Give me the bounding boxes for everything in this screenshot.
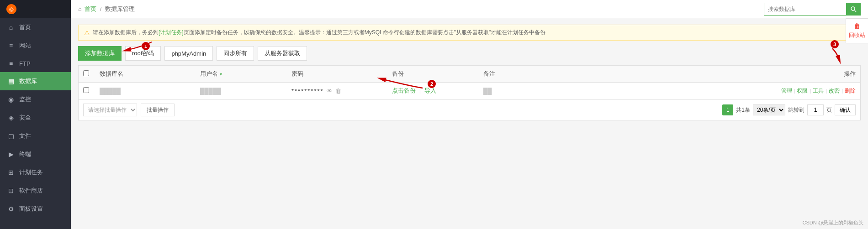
phpmyadmin-button[interactable]: phpMyAdmin (164, 46, 213, 61)
sidebar-item-home-label: 首页 (19, 23, 31, 31)
sidebar-item-database-label: 数据库 (19, 77, 37, 85)
monitor-icon: ◉ (7, 96, 15, 103)
search-input[interactable] (764, 3, 846, 16)
recycle-label: 回收站 (849, 31, 865, 39)
sidebar-item-tasks[interactable]: ⊞ 计划任务 (0, 163, 71, 182)
select-all-checkbox[interactable] (83, 70, 89, 76)
action-tools[interactable]: 工具 (813, 87, 824, 95)
col-header-username: 用户名 ▾ (196, 66, 287, 83)
content: ⚠ 请在添加数据库后，务必到[计划任务]页面添加定时备份任务，以确保您的数据安全… (71, 18, 868, 229)
security-icon: ◈ (7, 114, 15, 121)
password-dots: ********** (291, 88, 324, 94)
batch-action-button[interactable]: 批量操作 (141, 104, 175, 116)
search-button[interactable] (846, 3, 861, 16)
main-wrapper: ⌂ 首页 / 数据库管理 ⚠ 请在添加数据库后，务必到[计划任务]页面添加定时备… (71, 0, 868, 229)
terminal-icon: ▶ (7, 151, 15, 158)
svg-point-0 (851, 7, 855, 10)
sidebar-item-panelsettings[interactable]: ⚙ 面板设置 (0, 200, 71, 218)
page-jump-input[interactable] (807, 104, 824, 115)
breadcrumb-current: 数据库管理 (105, 5, 135, 13)
total-count: 共1条 (736, 106, 750, 114)
eye-icon[interactable]: 👁 (327, 88, 333, 94)
sidebar-item-security[interactable]: ◈ 安全 (0, 109, 71, 127)
alert-text: 请在添加数据库后，务必到[计划任务]页面添加定时备份任务，以确保您的数据安全。温… (93, 29, 545, 36)
sidebar-item-monitor-label: 监控 (19, 95, 31, 104)
sidebar-item-files-label: 文件 (19, 132, 31, 140)
sort-arrow-username[interactable]: ▾ (220, 72, 222, 77)
website-icon: ≡ (7, 42, 15, 49)
cell-dbname: █████ (95, 83, 196, 99)
database-table-container: 数据库名 用户名 ▾ 密码 备份 备注 操作 █████ (78, 65, 861, 120)
col-header-action: 操作 (547, 66, 860, 83)
recycle-icon: 🗑 (854, 22, 860, 30)
current-page: 1 (722, 104, 733, 115)
jump-label: 跳转到 (788, 106, 804, 114)
sidebar: ◎ ⌂ 首页 ≡ 网站 ≡ FTP ▤ 数据库 ◉ 监控 ◈ 安全 ▢ 文件 ▶… (0, 0, 71, 229)
sidebar-item-ftp-label: FTP (19, 60, 31, 67)
cell-action: 管理 | 权限 | 工具 | 改密 | 删除 (547, 83, 860, 99)
row-checkbox[interactable] (83, 87, 89, 93)
sidebar-item-monitor[interactable]: ◉ 监控 (0, 90, 71, 109)
batch-action-select[interactable]: 请选择批量操作 (83, 104, 137, 116)
backup-link[interactable]: 点击备份 (392, 87, 416, 94)
sidebar-item-security-label: 安全 (19, 114, 31, 122)
database-table: 数据库名 用户名 ▾ 密码 备份 备注 操作 █████ (79, 66, 860, 99)
toolbar: 添加数据库 root密码 phpMyAdmin 同步所有 从服务器获取 (78, 46, 861, 61)
breadcrumb-sep: / (100, 5, 102, 12)
per-page-select[interactable]: 20条/页 (753, 104, 785, 115)
sidebar-item-softshop-label: 软件商店 (19, 187, 43, 195)
add-database-button[interactable]: 添加数据库 (78, 46, 122, 61)
sidebar-item-database[interactable]: ▤ 数据库 (0, 72, 71, 90)
svg-line-1 (855, 10, 857, 12)
softshop-icon: ⊡ (7, 187, 15, 194)
alert-banner: ⚠ 请在添加数据库后，务必到[计划任务]页面添加定时备份任务，以确保您的数据安全… (78, 25, 861, 41)
ftp-icon: ≡ (7, 60, 15, 67)
sidebar-item-ftp[interactable]: ≡ FTP (0, 55, 71, 72)
col-header-backup: 备份 (387, 66, 479, 83)
col-header-dbname: 数据库名 (95, 66, 196, 83)
sidebar-item-website-label: 网站 (19, 42, 31, 50)
root-password-button[interactable]: root密码 (125, 46, 161, 61)
sidebar-logo: ◎ (0, 0, 71, 18)
sidebar-item-softshop[interactable]: ⊡ 软件商店 (0, 182, 71, 200)
files-icon: ▢ (7, 132, 15, 140)
action-delete[interactable]: 删除 (845, 87, 856, 95)
breadcrumb-home-icon: ⌂ (78, 5, 82, 12)
panelsettings-icon: ⚙ (7, 205, 15, 213)
sidebar-item-home[interactable]: ⌂ 首页 (0, 18, 71, 36)
sidebar-item-panelsettings-label: 面板设置 (19, 205, 43, 213)
sync-all-button[interactable]: 同步所有 (217, 46, 254, 61)
watermark: CSDN @悬崖上的剁椒鱼头 (803, 219, 863, 226)
sidebar-item-terminal-label: 终端 (19, 150, 31, 158)
table-row: █████ █████ ********** 👁 🗑 点击备份 | (79, 83, 860, 99)
col-header-note: 备注 (479, 66, 547, 83)
copy-icon[interactable]: 🗑 (335, 88, 341, 94)
action-change-pwd[interactable]: 改密 (829, 87, 840, 95)
cell-backup: 点击备份 | 导入 (387, 83, 479, 99)
breadcrumb-home-label[interactable]: 首页 (85, 5, 96, 13)
action-permissions[interactable]: 权限 (797, 87, 808, 95)
table-footer: 请选择批量操作 批量操作 1 共1条 20条/页 跳转到 页 确认 (79, 99, 860, 120)
logo-circle: ◎ (6, 4, 16, 14)
recycle-bin-button[interactable]: 🗑 回收站 (846, 18, 868, 43)
col-header-password: 密码 (287, 66, 387, 83)
sidebar-item-tasks-label: 计划任务 (19, 168, 43, 177)
tasks-icon: ⊞ (7, 169, 15, 176)
page-confirm-button[interactable]: 确认 (835, 104, 856, 115)
search-box (764, 3, 861, 16)
sidebar-item-terminal[interactable]: ▶ 终端 (0, 145, 71, 163)
breadcrumb: ⌂ 首页 / 数据库管理 (78, 5, 135, 13)
footer-left: 请选择批量操作 批量操作 (83, 104, 175, 116)
sidebar-item-files[interactable]: ▢ 文件 (0, 127, 71, 145)
action-manage[interactable]: 管理 (781, 87, 792, 95)
alert-link[interactable]: [计划任务] (159, 29, 184, 36)
page-suffix: 页 (826, 106, 832, 114)
pagination: 1 共1条 20条/页 跳转到 页 确认 (722, 104, 856, 115)
cell-note: ██ (479, 83, 547, 99)
topbar: ⌂ 首页 / 数据库管理 (71, 0, 868, 18)
search-icon (850, 6, 857, 12)
database-icon: ▤ (7, 78, 15, 85)
import-link[interactable]: 导入 (424, 87, 436, 94)
from-server-button[interactable]: 从服务器获取 (258, 46, 307, 61)
sidebar-item-website[interactable]: ≡ 网站 (0, 36, 71, 55)
